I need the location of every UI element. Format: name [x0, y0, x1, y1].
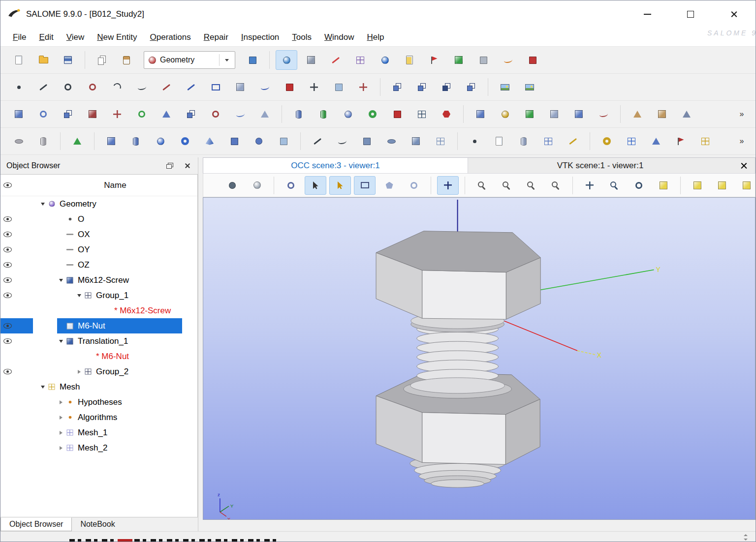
- shell-icon[interactable]: [8, 131, 30, 151]
- float-panel-button[interactable]: [164, 160, 175, 171]
- origin-axes-icon[interactable]: [352, 77, 374, 97]
- visibility-cell[interactable]: [0, 364, 33, 379]
- visibility-cell[interactable]: [0, 333, 33, 349]
- zoom-window-icon[interactable]: [496, 176, 517, 195]
- fit-all-icon[interactable]: [545, 176, 567, 195]
- left-view-icon[interactable]: [736, 176, 756, 195]
- name-column-header[interactable]: Name: [33, 181, 197, 190]
- wire-icon[interactable]: [331, 131, 353, 151]
- bottom-view-icon[interactable]: [711, 176, 733, 195]
- front-view-icon[interactable]: [653, 176, 674, 195]
- pan-icon[interactable]: [579, 176, 600, 195]
- measure-icon[interactable]: [562, 131, 584, 151]
- advanced-shape-icon[interactable]: [66, 131, 88, 151]
- eye-icon[interactable]: [3, 277, 12, 283]
- minimize-button[interactable]: [626, 0, 669, 28]
- eye-icon[interactable]: [3, 369, 12, 374]
- module-icon-9[interactable]: [472, 50, 494, 70]
- module-geometry-icon[interactable]: [276, 50, 297, 70]
- occ-viewport[interactable]: z Y X Y X: [203, 197, 756, 520]
- visibility-cell[interactable]: [0, 288, 33, 303]
- ellipse-icon[interactable]: [82, 77, 103, 97]
- fillet-2d-icon[interactable]: [593, 104, 614, 124]
- curve-icon[interactable]: [131, 77, 153, 97]
- chevron-collapsed-icon[interactable]: [60, 416, 63, 420]
- pipe-icon[interactable]: [362, 104, 383, 124]
- chevron-expanded-icon[interactable]: [41, 386, 45, 389]
- module-icon-4[interactable]: [349, 50, 371, 70]
- menu-inspection[interactable]: Inspection: [235, 30, 286, 45]
- cone-icon[interactable]: [199, 131, 220, 151]
- working-plane-icon[interactable]: [328, 77, 349, 97]
- section-icon[interactable]: [460, 77, 482, 97]
- eye-icon[interactable]: [3, 323, 12, 329]
- multi-rotation-icon[interactable]: [205, 104, 226, 124]
- module-icon-11[interactable]: [522, 50, 543, 70]
- tab-vtk-viewer[interactable]: VTK scene:1 - viewer:1: [468, 158, 732, 173]
- eye-icon[interactable]: [3, 247, 12, 252]
- projection-icon[interactable]: [156, 104, 177, 124]
- module-icon-3[interactable]: [325, 50, 346, 70]
- visibility-cell[interactable]: [0, 318, 33, 333]
- tree-item-m6-nut[interactable]: M6-Nut: [0, 318, 197, 333]
- point-icon[interactable]: [8, 77, 30, 97]
- menu-operations[interactable]: Operations: [144, 30, 197, 45]
- solid-shape-icon[interactable]: [436, 104, 457, 124]
- polygon-selection-icon[interactable]: [378, 176, 400, 195]
- chevron-collapsed-icon[interactable]: [60, 400, 63, 404]
- polyline-icon[interactable]: [180, 77, 202, 97]
- import-picture-icon[interactable]: [494, 77, 516, 97]
- line-icon[interactable]: [32, 77, 54, 97]
- quadrangle-face-icon[interactable]: [386, 104, 408, 124]
- vector-icon[interactable]: [156, 77, 177, 97]
- explode-icon[interactable]: [488, 131, 510, 151]
- module-icon-7[interactable]: [423, 50, 445, 70]
- tree-item-group-2[interactable]: Group_2: [0, 364, 197, 379]
- chevron-collapsed-icon[interactable]: [60, 431, 63, 435]
- open-document-icon[interactable]: [32, 50, 54, 70]
- revolution-icon[interactable]: [313, 104, 334, 124]
- solid-build-icon[interactable]: [405, 131, 427, 151]
- sphere-icon[interactable]: [150, 131, 171, 151]
- global-pan-icon[interactable]: [603, 176, 625, 195]
- dimension-icon[interactable]: [694, 131, 716, 151]
- module-icon-5[interactable]: [374, 50, 396, 70]
- trihedron-icon[interactable]: [437, 176, 459, 195]
- chevron-expanded-icon[interactable]: [59, 340, 63, 343]
- triangulate-icon[interactable]: [645, 131, 667, 151]
- tree-item-algorithms[interactable]: Algorithms: [0, 410, 197, 425]
- zooming-style-icon[interactable]: [520, 176, 542, 195]
- visibility-column-header[interactable]: [0, 175, 33, 196]
- fuse-icon[interactable]: [386, 77, 408, 97]
- module-icon-2[interactable]: [300, 50, 322, 70]
- copy-icon[interactable]: [91, 50, 113, 70]
- menu-help[interactable]: Help: [360, 30, 390, 45]
- cut-icon[interactable]: [436, 77, 457, 97]
- fillet-icon[interactable]: [229, 104, 251, 124]
- pattern-icon[interactable]: [621, 131, 642, 151]
- paste-icon[interactable]: [116, 50, 137, 70]
- module-icon-6[interactable]: [399, 50, 420, 70]
- compound-icon[interactable]: [430, 131, 451, 151]
- shapes-on-shape-icon[interactable]: [519, 104, 540, 124]
- tolerance-icon[interactable]: [596, 131, 618, 151]
- vertex-icon[interactable]: [464, 131, 485, 151]
- tree-item-ox[interactable]: OX: [0, 227, 197, 242]
- menu-new-entity[interactable]: New Entity: [91, 30, 143, 45]
- scale-icon[interactable]: [82, 104, 103, 124]
- arc-icon[interactable]: [106, 77, 128, 97]
- module-icon-8[interactable]: [448, 50, 470, 70]
- menu-window[interactable]: Window: [318, 30, 360, 45]
- panel-splitter[interactable]: [198, 157, 203, 531]
- visibility-cell[interactable]: [0, 227, 33, 242]
- menu-tools[interactable]: Tools: [285, 30, 318, 45]
- tree-item-mesh[interactable]: Mesh: [0, 379, 197, 394]
- menu-repair[interactable]: Repair: [197, 30, 235, 45]
- shell-build-icon[interactable]: [380, 131, 402, 151]
- chevron-expanded-icon[interactable]: [77, 294, 81, 297]
- explode-group-icon[interactable]: [411, 104, 433, 124]
- filling-icon[interactable]: [337, 104, 359, 124]
- local-cs-icon[interactable]: [303, 77, 325, 97]
- tree-item-m6x12-screw[interactable]: * M6x12-Screw: [0, 303, 197, 318]
- chevron-expanded-icon[interactable]: [59, 279, 63, 282]
